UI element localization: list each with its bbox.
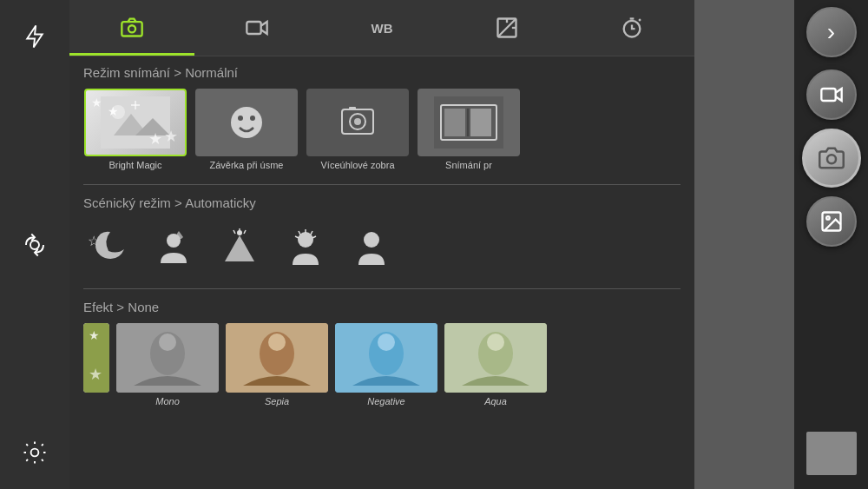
scene-mode-heading: Scénický režim > Automaticky xyxy=(83,195,681,210)
mode-item-smile[interactable]: Závěrka při úsme xyxy=(194,89,299,170)
wb-tab-label: WB xyxy=(372,21,393,36)
shooting-mode-grid: ★ ★ Bright Magic xyxy=(83,89,681,170)
scene-mode-section: Scénický režim > Automaticky ☆ xyxy=(83,195,681,274)
effect-label-mono: Mono xyxy=(155,396,180,406)
divider-2 xyxy=(83,288,681,289)
svg-text:★: ★ xyxy=(108,104,119,118)
scene-landscape-icon xyxy=(215,222,264,271)
tab-wb[interactable]: WB xyxy=(319,0,444,56)
scene-item-portrait-night[interactable] xyxy=(149,222,198,271)
mode-item-bright-magic[interactable]: ★ ★ Bright Magic xyxy=(83,89,187,170)
mode-item-panorama[interactable]: Snímání pr xyxy=(417,89,521,170)
svg-point-21 xyxy=(231,107,262,138)
capture-icon xyxy=(819,145,845,171)
scene-item-portrait-outdoor[interactable] xyxy=(281,222,330,271)
mode-thumb-panorama xyxy=(418,89,520,156)
effect-grid: Mono Sepia xyxy=(83,323,681,406)
effect-item-negative[interactable]: Negative xyxy=(335,323,437,406)
capture-button[interactable] xyxy=(802,129,861,188)
scene-portrait-night-icon xyxy=(149,222,198,271)
gallery-icon xyxy=(819,209,844,234)
svg-line-43 xyxy=(299,231,300,235)
scene-item-night[interactable]: ☆ xyxy=(83,222,132,271)
tab-camera[interactable] xyxy=(69,0,194,56)
svg-line-45 xyxy=(295,236,299,238)
svg-point-22 xyxy=(238,116,243,121)
scene-night-icon: ☆ xyxy=(83,222,132,271)
sepia-thumb-svg xyxy=(226,323,328,393)
svg-rect-48 xyxy=(83,323,109,393)
tab-exposure[interactable] xyxy=(444,0,569,56)
shooting-mode-value: Normální xyxy=(185,65,238,80)
svg-rect-31 xyxy=(444,109,465,136)
shooting-mode-section: Režim snímání > Normální ★ ★ xyxy=(83,65,681,170)
tab-timer[interactable] xyxy=(569,0,694,56)
scene-item-landscape[interactable] xyxy=(215,222,264,271)
mode-label-bright-magic: Bright Magic xyxy=(108,160,161,170)
mode-item-multiangle[interactable]: Víceúhlové zobra xyxy=(306,89,410,170)
mode-thumb-smile xyxy=(195,89,298,156)
svg-line-46 xyxy=(312,236,316,238)
svg-rect-32 xyxy=(467,109,469,136)
last-photo-thumbnail[interactable] xyxy=(806,432,857,475)
svg-line-38 xyxy=(233,230,235,234)
left-sidebar xyxy=(0,0,69,489)
effect-thumb-aqua xyxy=(444,323,547,393)
effect-item-aqua[interactable]: Aqua xyxy=(444,323,547,406)
svg-marker-0 xyxy=(27,26,43,48)
gallery-button[interactable] xyxy=(806,196,857,247)
effect-thumb-mono xyxy=(116,323,219,393)
shooting-mode-title: Režim snímání xyxy=(83,65,170,80)
svg-text:★: ★ xyxy=(148,130,162,148)
scene-item-portrait[interactable] xyxy=(347,222,396,271)
expand-button[interactable]: › xyxy=(806,7,857,57)
portrait-svg xyxy=(350,225,393,268)
portrait-night-svg xyxy=(152,225,195,268)
scene-mode-value: Automaticky xyxy=(185,195,256,210)
portrait-outdoor-svg xyxy=(284,225,327,268)
tab-video[interactable] xyxy=(194,0,319,56)
scene-mode-title: Scénický režim xyxy=(83,195,171,210)
tab-bar: WB xyxy=(69,0,694,56)
negative-thumb-svg xyxy=(335,323,437,393)
multiangle-thumb-svg xyxy=(323,96,392,149)
svg-point-23 xyxy=(250,116,255,121)
effect-title: Efekt xyxy=(83,300,113,314)
effect-label-negative: Negative xyxy=(367,396,404,406)
svg-line-39 xyxy=(244,230,246,234)
video-tab-icon xyxy=(245,16,269,40)
content-area: Režim snímání > Normální ★ ★ xyxy=(69,56,694,489)
chevron-right-icon: › xyxy=(827,18,835,46)
mode-label-smile: Závěrka při úsme xyxy=(210,160,284,170)
settings-button[interactable] xyxy=(14,432,56,473)
night-icon-svg: ☆ xyxy=(86,225,129,268)
mode-thumb-multiangle xyxy=(306,89,409,156)
svg-point-62 xyxy=(827,155,836,163)
effect-thumb-negative xyxy=(335,323,437,393)
svg-rect-33 xyxy=(470,109,491,136)
video-record-button[interactable] xyxy=(806,69,857,120)
divider-1 xyxy=(83,184,681,185)
effect-item-sepia[interactable]: Sepia xyxy=(226,323,328,406)
camera-tab-icon xyxy=(120,15,144,39)
svg-rect-5 xyxy=(247,22,260,34)
scene-mode-grid: ☆ xyxy=(83,219,681,274)
svg-point-27 xyxy=(354,118,361,125)
right-sidebar: › xyxy=(794,0,868,489)
timer-tab-icon xyxy=(620,16,644,40)
flip-camera-button[interactable] xyxy=(14,224,56,266)
scene-portrait-icon xyxy=(347,222,396,271)
mode-label-multiangle: Víceúhlové zobra xyxy=(321,160,395,170)
effect-item-mono[interactable]: Mono xyxy=(116,323,219,406)
svg-point-47 xyxy=(364,232,379,248)
aqua-thumb-svg xyxy=(444,323,547,393)
exposure-tab-icon xyxy=(495,16,519,40)
flash-icon xyxy=(22,23,48,50)
effect-heading: Efekt > None xyxy=(83,300,681,314)
effect-item-partial[interactable] xyxy=(83,323,109,406)
flash-button[interactable] xyxy=(14,16,56,57)
svg-rect-61 xyxy=(821,89,835,101)
svg-point-1 xyxy=(30,241,39,249)
svg-point-4 xyxy=(128,25,135,32)
svg-rect-3 xyxy=(122,22,141,36)
